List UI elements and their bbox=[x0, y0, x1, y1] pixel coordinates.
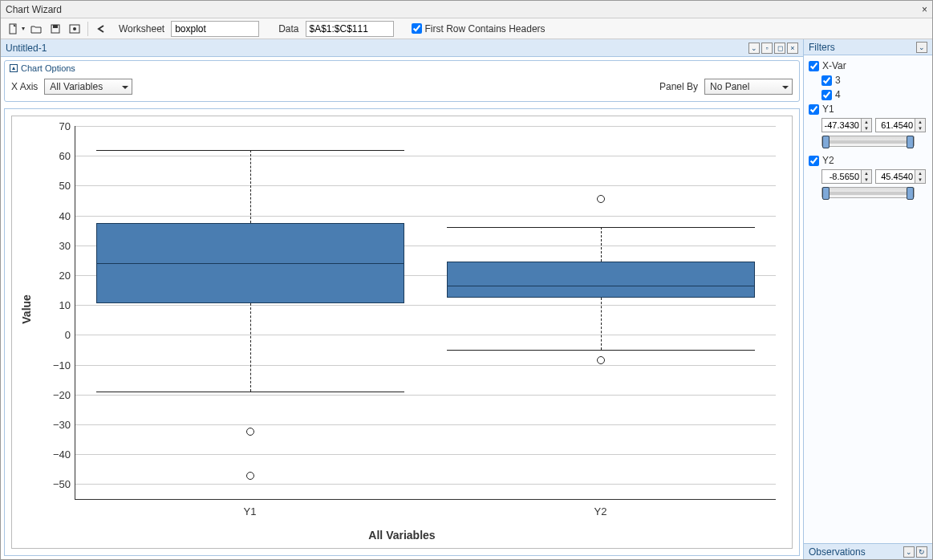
gridline bbox=[75, 454, 776, 455]
y1-min-spinner[interactable]: ▲▼ bbox=[821, 118, 872, 132]
y2-max-input[interactable] bbox=[876, 172, 915, 181]
spin-down-icon[interactable]: ▼ bbox=[862, 177, 871, 183]
filter-y1-checkbox[interactable] bbox=[809, 104, 819, 115]
spin-down-icon[interactable]: ▼ bbox=[915, 177, 925, 183]
headers-check[interactable]: First Row Contains Headers bbox=[412, 23, 546, 34]
y-tick: 0 bbox=[47, 329, 71, 341]
whisker-cap bbox=[96, 392, 404, 392]
toolbar-separator bbox=[87, 22, 88, 36]
spin-down-icon[interactable]: ▼ bbox=[862, 125, 871, 132]
y-tick: 40 bbox=[47, 209, 71, 221]
filter-y2-label: Y2 bbox=[822, 155, 834, 166]
new-dropdown-icon[interactable]: ▾ bbox=[22, 25, 25, 32]
spin-up-icon[interactable]: ▲ bbox=[915, 119, 925, 125]
whisker bbox=[250, 303, 251, 392]
spin-down-icon[interactable]: ▼ bbox=[915, 125, 925, 132]
svg-point-4 bbox=[73, 27, 76, 30]
y-tick: −50 bbox=[47, 478, 71, 490]
slider-handle-left[interactable] bbox=[822, 136, 830, 148]
filter-xvar-3-label: 3 bbox=[835, 75, 841, 86]
outlier bbox=[597, 356, 605, 364]
y2-max-spinner[interactable]: ▲▼ bbox=[875, 169, 926, 184]
gridline bbox=[75, 216, 776, 217]
gridline bbox=[75, 305, 776, 306]
doc-close-icon[interactable]: × bbox=[787, 43, 798, 54]
arrow-left-icon bbox=[95, 23, 107, 34]
data-label: Data bbox=[278, 23, 298, 34]
spin-up-icon[interactable]: ▲ bbox=[915, 170, 925, 177]
obs-expand-icon[interactable]: ⌄ bbox=[903, 546, 915, 558]
x-axis-label: All Variables bbox=[12, 529, 792, 542]
filters-collapse-icon[interactable]: ⌄ bbox=[916, 42, 927, 53]
doc-collapse-up-icon[interactable]: ⌄ bbox=[748, 43, 760, 54]
gridline bbox=[75, 156, 776, 156]
new-button[interactable] bbox=[6, 21, 22, 37]
worksheet-input[interactable] bbox=[171, 21, 259, 37]
y2-min-spinner[interactable]: ▲▼ bbox=[821, 169, 872, 184]
filter-xvar-item-3[interactable]: 3 bbox=[821, 75, 927, 86]
save-icon bbox=[50, 23, 61, 34]
filter-xvar[interactable]: X-Var bbox=[809, 60, 927, 71]
filter-y1[interactable]: Y1 bbox=[809, 103, 927, 115]
filter-xvar-4-checkbox[interactable] bbox=[821, 90, 832, 100]
spin-up-icon[interactable]: ▲ bbox=[862, 119, 871, 125]
y-tick: 50 bbox=[47, 180, 71, 192]
panelby-label: Panel By bbox=[659, 81, 698, 92]
folder-icon bbox=[30, 23, 42, 34]
slider-handle-right[interactable] bbox=[907, 136, 914, 148]
spin-up-icon[interactable]: ▲ bbox=[862, 170, 871, 177]
save-button[interactable] bbox=[47, 21, 63, 37]
gridline bbox=[75, 484, 776, 485]
gridline bbox=[75, 335, 776, 335]
filter-xvar-4-label: 4 bbox=[835, 89, 841, 100]
y-tick: 10 bbox=[47, 299, 71, 311]
median bbox=[96, 263, 404, 264]
y-axis-label: Value bbox=[20, 294, 33, 324]
filters-title: Filters bbox=[809, 42, 835, 53]
y1-slider[interactable] bbox=[821, 136, 915, 147]
back-button[interactable] bbox=[93, 21, 109, 37]
data-input[interactable] bbox=[306, 21, 394, 37]
outlier bbox=[597, 195, 605, 203]
filter-xvar-checkbox[interactable] bbox=[809, 61, 819, 71]
y-tick: −20 bbox=[47, 388, 71, 400]
y2-min-input[interactable] bbox=[822, 172, 861, 181]
gridline bbox=[75, 185, 776, 186]
whisker bbox=[601, 227, 602, 262]
filter-xvar-label: X-Var bbox=[822, 60, 846, 71]
median bbox=[447, 286, 755, 286]
y-tick: 60 bbox=[47, 150, 71, 162]
whisker-cap bbox=[447, 227, 755, 228]
filter-y2[interactable]: Y2 bbox=[809, 155, 927, 166]
headers-checkbox[interactable] bbox=[412, 23, 422, 34]
y-tick: −30 bbox=[47, 419, 71, 431]
y-tick: −10 bbox=[47, 359, 71, 371]
panelby-select[interactable]: No Panel bbox=[704, 79, 793, 95]
obs-refresh-icon[interactable]: ↻ bbox=[916, 546, 927, 558]
y-tick: −40 bbox=[47, 448, 71, 461]
filter-xvar-item-4[interactable]: 4 bbox=[821, 89, 927, 100]
whisker bbox=[601, 298, 602, 350]
observations-title: Observations bbox=[809, 546, 866, 558]
slider-handle-right[interactable] bbox=[907, 187, 914, 200]
y1-min-input[interactable] bbox=[822, 120, 861, 130]
y1-max-input[interactable] bbox=[876, 120, 915, 130]
close-icon[interactable]: × bbox=[922, 4, 927, 15]
chart-options: ▴ Chart Options X Axis All Variables Pan… bbox=[4, 60, 800, 102]
doc-maximize-icon[interactable]: ◻ bbox=[774, 43, 785, 54]
open-button[interactable] bbox=[28, 21, 44, 37]
window-title: Chart Wizard bbox=[6, 4, 62, 15]
chart-options-collapse-icon[interactable]: ▴ bbox=[10, 64, 18, 72]
chart-panel: Value −50−40−30−20−10010203040506070 All… bbox=[4, 108, 800, 556]
filter-xvar-3-checkbox[interactable] bbox=[821, 75, 832, 86]
y1-max-spinner[interactable]: ▲▼ bbox=[875, 118, 926, 132]
preview-button[interactable] bbox=[67, 21, 83, 37]
gridline bbox=[75, 365, 776, 366]
slider-handle-left[interactable] bbox=[822, 187, 830, 200]
headers-check-label: First Row Contains Headers bbox=[425, 23, 546, 34]
doc-minimize-icon[interactable]: ▫ bbox=[761, 43, 773, 54]
plot-area: −50−40−30−20−10010203040506070 bbox=[75, 126, 776, 500]
y2-slider[interactable] bbox=[821, 187, 915, 198]
xaxis-select[interactable]: All Variables bbox=[44, 79, 132, 95]
filter-y2-checkbox[interactable] bbox=[809, 156, 819, 166]
